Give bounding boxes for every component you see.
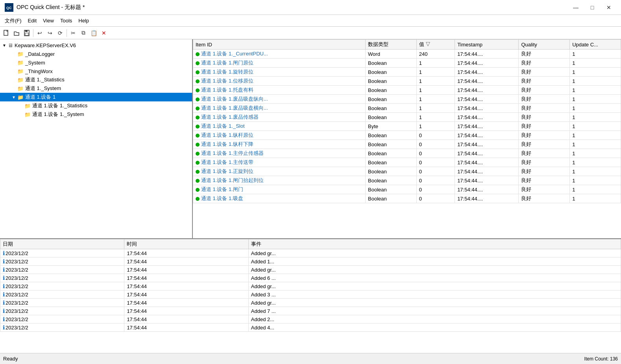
log-cell-date: ℹ2023/12/2 [0,282,124,290]
refresh-button[interactable]: ⟳ [55,28,65,38]
table-row[interactable]: 通道 1.设备 1.闸门 Boolean 0 17:54:44.... 良好 1 [193,185,621,194]
data-table-container[interactable]: Item ID 数据类型 值 ▽ Timestamp [193,39,621,238]
cell-quality: 良好 [519,176,570,185]
table-row[interactable]: 通道 1.设备 1.废品吸盘纵向... Boolean 1 17:54:44..… [193,95,621,104]
menu-tools[interactable]: Tools [57,16,75,25]
menu-file[interactable]: 文件(F) [2,16,25,26]
open-button[interactable] [12,28,21,38]
table-row[interactable]: 通道 1.设备 1.闸门原位 Boolean 1 17:54:44.... 良好… [193,59,621,68]
col-header-updatecount[interactable]: Update C... [570,40,621,50]
log-col-date[interactable]: 日期 [0,239,124,249]
tree-item-thingworx[interactable]: 📁 _ThingWorx [0,67,192,75]
cell-datatype: Boolean [366,176,417,185]
col-header-quality[interactable]: Quality [519,40,570,50]
cell-itemid: 通道 1.设备 1.托盘有料 [193,86,366,95]
delete-button[interactable]: ✕ [99,28,109,38]
cell-itemid: 通道 1.设备 1.正旋到位 [193,167,366,176]
cell-datatype: Boolean [366,113,417,122]
cell-value: 1 [416,68,455,77]
cell-itemid: 通道 1.设备 1.废品传感器 [193,113,366,122]
tree-item-datalogger[interactable]: 📁 _DataLogger [0,50,192,58]
copy-button[interactable]: ⧉ [79,28,88,38]
folder-icon-device1: 📁 [17,94,24,100]
cell-datatype: Byte [366,122,417,131]
save-button[interactable] [22,28,31,38]
data-panel: Item ID 数据类型 值 ▽ Timestamp [193,39,621,238]
tree-item-stats2[interactable]: 📁 通道 1.设备 1._Statistics [0,101,192,110]
table-row[interactable]: 通道 1.设备 1.废品吸盘横向... Boolean 1 17:54:44..… [193,104,621,113]
menu-help[interactable]: Help [75,16,92,25]
table-row[interactable]: 通道 1.设备 1.旋转原位 Boolean 1 17:54:44.... 良好… [193,68,621,77]
log-cell-event: Added gr... [248,249,621,257]
tree-item-sys1[interactable]: 📁 通道 1._System [0,84,192,93]
undo-button[interactable]: ↩ [35,28,44,38]
log-row: ℹ2023/12/2 17:54:44 Added 4... [0,324,621,332]
log-cell-event: Added 2... [248,315,621,324]
log-table-container[interactable]: 日期 时间 事件 ℹ2023/12/2 17:54:44 Added gr...… [0,239,621,353]
cell-updatecount: 1 [570,185,621,194]
tree-root[interactable]: ▼ 🖥 Kepware.KEPServerEX.V6 [0,41,192,50]
redo-button[interactable]: ↪ [45,28,55,38]
table-row[interactable]: 通道 1.设备 1.主传送带 Boolean 0 17:54:44.... 良好… [193,158,621,167]
table-row[interactable]: 通道 1.设备 1.主停止传感器 Boolean 0 17:54:44.... … [193,149,621,158]
cell-value: 0 [416,131,455,140]
log-col-time[interactable]: 时间 [124,239,248,249]
log-cell-date: ℹ2023/12/2 [0,249,124,257]
cell-datatype: Boolean [366,185,417,194]
log-table-body: ℹ2023/12/2 17:54:44 Added gr... ℹ2023/12… [0,249,621,332]
log-col-event[interactable]: 事件 [248,239,621,249]
cell-datatype: Boolean [366,59,417,68]
tree-item-stats1[interactable]: 📁 通道 1._Statistics [0,75,192,84]
svg-text:QC: QC [6,6,12,10]
table-row[interactable]: 通道 1.设备 1.位移原位 Boolean 1 17:54:44.... 良好… [193,77,621,86]
table-row[interactable]: 通道 1.设备 1.闸门抬起到位 Boolean 0 17:54:44.... … [193,176,621,185]
close-button[interactable]: ✕ [601,2,616,13]
info-icon: ℹ [3,250,5,256]
col-header-value[interactable]: 值 ▽ [416,40,455,50]
cell-value: 0 [416,158,455,167]
cell-timestamp: 17:54:44.... [455,131,519,140]
log-cell-event: Added 6 ... [248,274,621,282]
log-cell-date: ℹ2023/12/2 [0,266,124,274]
col-header-timestamp[interactable]: Timestamp [455,40,519,50]
cell-updatecount: 1 [570,167,621,176]
cell-updatecount: 1 [570,140,621,149]
log-cell-date: ℹ2023/12/2 [0,299,124,307]
tree-item-sys2[interactable]: 📁 通道 1.设备 1._System [0,110,192,119]
tree-item-system[interactable]: 📁 _System [0,58,192,67]
menu-view[interactable]: View [40,16,57,25]
tree-item-device1[interactable]: ▼ 📁 通道 1.设备 1 [0,93,192,101]
tree-panel[interactable]: ▼ 🖥 Kepware.KEPServerEX.V6 📁 _DataLogger… [0,39,193,238]
menu-edit[interactable]: Edit [25,16,40,25]
table-row[interactable]: 通道 1.设备 1._CurrentPDU... Word 240 17:54:… [193,50,621,59]
paste-button[interactable]: 📋 [89,28,98,38]
split-pane: ▼ 🖥 Kepware.KEPServerEX.V6 📁 _DataLogger… [0,39,621,239]
table-row[interactable]: 通道 1.设备 1.托盘有料 Boolean 1 17:54:44.... 良好… [193,86,621,95]
table-row[interactable]: 通道 1.设备 1.正旋到位 Boolean 0 17:54:44.... 良好… [193,167,621,176]
table-row[interactable]: 通道 1.设备 1.纵杆原位 Boolean 0 17:54:44.... 良好… [193,131,621,140]
table-row[interactable]: 通道 1.设备 1.纵杆下降 Boolean 0 17:54:44.... 良好… [193,140,621,149]
cell-value: 1 [416,104,455,113]
folder-icon-datalogger: 📁 [17,51,24,57]
cell-timestamp: 17:54:44.... [455,194,519,203]
log-cell-event: Added 3 ... [248,290,621,299]
col-header-itemid[interactable]: Item ID [193,40,366,50]
table-row[interactable]: 通道 1.设备 1._Slot Byte 1 17:54:44.... 良好 1 [193,122,621,131]
folder-icon-sys2: 📁 [24,112,31,118]
maximize-button[interactable]: □ [585,2,600,13]
cell-quality: 良好 [519,122,570,131]
cell-quality: 良好 [519,50,570,59]
cell-timestamp: 17:54:44.... [455,95,519,104]
table-row[interactable]: 通道 1.设备 1.吸盘 Boolean 0 17:54:44.... 良好 1 [193,194,621,203]
cut-button[interactable]: ✂ [68,28,78,38]
log-cell-time: 17:54:44 [124,266,248,274]
log-cell-event: Added 1... [248,257,621,266]
minimize-button[interactable]: — [568,2,583,13]
col-header-datatype[interactable]: 数据类型 [366,40,417,50]
tree-label-system: _System [25,60,45,66]
cell-updatecount: 1 [570,131,621,140]
new-button[interactable] [2,28,11,38]
cell-itemid: 通道 1.设备 1._CurrentPDU... [193,50,366,59]
log-row: ℹ2023/12/2 17:54:44 Added 1... [0,257,621,266]
table-row[interactable]: 通道 1.设备 1.废品传感器 Boolean 1 17:54:44.... 良… [193,113,621,122]
